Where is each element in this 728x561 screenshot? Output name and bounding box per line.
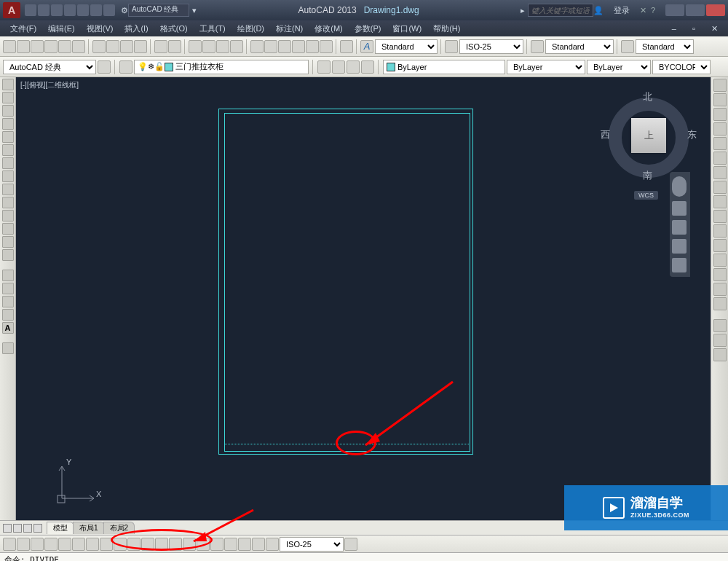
joglinear-icon[interactable] — [224, 538, 237, 551]
qat-redo-icon[interactable] — [103, 4, 115, 16]
navbar-wheel-icon[interactable] — [672, 176, 687, 197]
paste-icon[interactable] — [120, 40, 133, 53]
menu-param[interactable]: 参数(P) — [349, 23, 387, 34]
tolerance-icon[interactable] — [183, 538, 196, 551]
dimang-icon[interactable] — [100, 538, 113, 551]
inspect-icon[interactable] — [210, 538, 223, 551]
qat-saveas-icon[interactable] — [64, 4, 76, 16]
stretch-icon[interactable] — [713, 195, 727, 208]
menu-window[interactable]: 窗口(W) — [387, 23, 427, 34]
layeriso-icon[interactable] — [317, 60, 331, 74]
dim-toolbar-style-select[interactable]: ISO-25 — [280, 537, 344, 552]
polygon-icon[interactable] — [2, 118, 14, 130]
layerprev-icon[interactable] — [347, 60, 360, 74]
menu-dim[interactable]: 标注(N) — [270, 23, 309, 34]
copy-icon[interactable] — [106, 40, 119, 53]
erase-icon[interactable] — [713, 79, 727, 92]
ellipse-icon[interactable] — [2, 197, 14, 208]
color-select[interactable]: ByLayer — [383, 60, 505, 74]
layerprop-icon[interactable] — [119, 60, 132, 74]
open-icon[interactable] — [17, 40, 30, 53]
zoomprev-icon[interactable] — [230, 40, 243, 53]
minimize-button[interactable] — [665, 4, 684, 16]
zoom-icon[interactable] — [202, 40, 215, 53]
hatch-icon[interactable] — [2, 270, 14, 281]
tab-layout2[interactable]: 布局2 — [103, 522, 135, 534]
draworder-icon[interactable] — [713, 319, 727, 332]
dimstyle-icon[interactable] — [445, 40, 458, 53]
center-icon[interactable] — [197, 538, 210, 551]
measure-icon[interactable] — [713, 348, 727, 361]
app-icon[interactable]: A — [3, 2, 20, 18]
polyline-icon[interactable] — [2, 105, 14, 117]
viewcube-west[interactable]: 西 — [601, 128, 610, 141]
divide-icon[interactable] — [713, 334, 727, 347]
plot-icon[interactable] — [44, 40, 58, 53]
navbar-zoom-icon[interactable] — [672, 220, 687, 235]
undo2-icon[interactable] — [154, 40, 167, 53]
tab-layout1[interactable]: 布局1 — [73, 522, 105, 534]
workspace-settings-icon[interactable] — [98, 60, 111, 74]
menu-modify[interactable]: 修改(M) — [309, 23, 349, 34]
dimedit-icon[interactable] — [238, 538, 251, 551]
tab-last-icon[interactable] — [33, 524, 42, 533]
point-icon[interactable] — [2, 249, 14, 261]
join-icon[interactable] — [713, 254, 727, 267]
dimdia-icon[interactable] — [86, 538, 99, 551]
viewcube-east[interactable]: 东 — [687, 128, 697, 141]
dimarc-icon[interactable] — [31, 538, 44, 551]
move-icon[interactable] — [713, 152, 727, 165]
zoomext-icon[interactable] — [216, 40, 229, 53]
sheetset-icon[interactable] — [292, 40, 305, 53]
doc-close-button[interactable]: ✕ — [705, 24, 724, 34]
dimqck-icon[interactable] — [114, 538, 127, 551]
text-style-select[interactable]: Standard — [375, 39, 438, 54]
pan-icon[interactable] — [189, 40, 202, 53]
exchange-icon[interactable]: ✕ — [640, 6, 646, 15]
prop-icon[interactable] — [250, 40, 264, 53]
workspace-switcher[interactable]: AutoCAD 经典 — [128, 4, 189, 17]
workspace-select[interactable]: AutoCAD 经典 — [3, 60, 96, 74]
rectangle-icon[interactable] — [2, 131, 14, 143]
navbar-orbit-icon[interactable] — [672, 239, 687, 254]
toolpalette-icon[interactable] — [278, 40, 291, 53]
arc-icon[interactable] — [2, 144, 14, 156]
dimjog-icon[interactable] — [72, 538, 85, 551]
calc-icon[interactable] — [320, 40, 333, 53]
block-icon[interactable] — [2, 236, 14, 248]
menu-help[interactable]: 帮助(H) — [427, 23, 466, 34]
matchprop-icon[interactable] — [134, 40, 147, 53]
navbar-pan-icon[interactable] — [672, 201, 687, 216]
workspace-hint-icon[interactable]: ⚙ — [121, 6, 128, 15]
tab-next-icon[interactable] — [23, 524, 32, 533]
dimtedit-icon[interactable] — [252, 538, 265, 551]
dimspace-icon[interactable] — [155, 538, 168, 551]
chamfer-icon[interactable] — [713, 268, 727, 281]
gradient-icon[interactable] — [2, 283, 14, 294]
dimaligned-icon[interactable] — [17, 538, 30, 551]
dimbase-icon[interactable] — [127, 538, 141, 551]
close-button[interactable] — [706, 4, 725, 16]
viewcube-face-top[interactable]: 上 — [631, 118, 666, 153]
dimord-icon[interactable] — [44, 538, 58, 551]
offset-icon[interactable] — [713, 122, 727, 136]
dimrad-icon[interactable] — [58, 538, 71, 551]
linetype-select[interactable]: ByLayer — [507, 60, 585, 74]
search-input[interactable] — [528, 4, 593, 17]
ml-style-select[interactable]: Standard — [636, 39, 694, 54]
qat-new-icon[interactable] — [25, 4, 36, 16]
qat-undo-icon[interactable] — [90, 4, 102, 16]
menu-insert[interactable]: 插入(I) — [119, 23, 154, 34]
copy2-icon[interactable] — [713, 93, 727, 106]
viewport-label[interactable]: [-][俯视][二维线框] — [20, 80, 79, 90]
cut-icon[interactable] — [92, 40, 106, 53]
scale-icon[interactable] — [713, 181, 727, 194]
array-icon[interactable] — [713, 137, 727, 150]
revcloud-icon[interactable] — [2, 170, 14, 182]
menu-edit[interactable]: 编辑(E) — [42, 23, 81, 34]
viewcube-wcs[interactable]: WCS — [634, 191, 658, 200]
trim-icon[interactable] — [713, 210, 727, 223]
drawing-canvas[interactable]: [-][俯视][二维线框] Y X 上 北 南 西 东 WCS — [16, 77, 711, 520]
insert-icon[interactable] — [2, 223, 14, 235]
extend-icon[interactable] — [713, 224, 727, 238]
